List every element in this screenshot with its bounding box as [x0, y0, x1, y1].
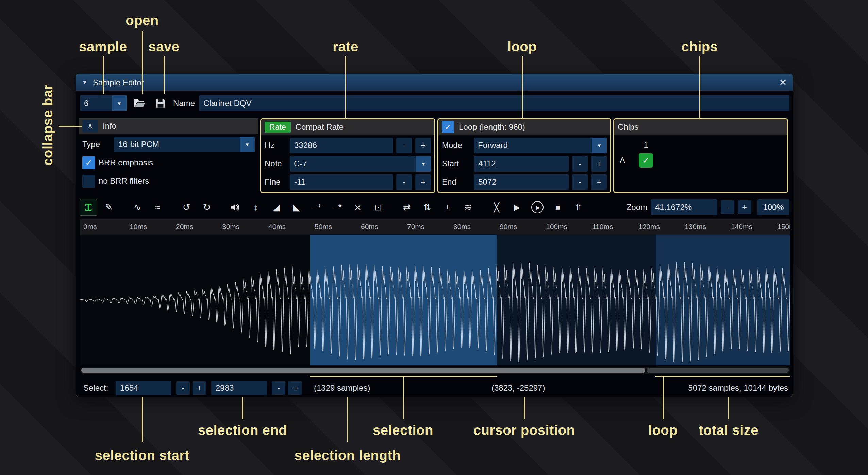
annotation-line-open [142, 31, 143, 94]
selection-start-minus-button[interactable]: - [176, 381, 190, 395]
invert-icon[interactable]: ⇅ [419, 199, 436, 216]
stop-icon[interactable]: ■ [549, 199, 566, 216]
amplify-icon[interactable] [227, 199, 244, 216]
annotation-line-save [164, 56, 165, 94]
zoom-out-button[interactable]: - [721, 200, 734, 214]
loop-end-value: 5072 [478, 177, 496, 187]
upload-icon[interactable]: ⇧ [570, 199, 587, 216]
type-dropdown[interactable]: 16-bit PCM ▼ [114, 137, 255, 152]
zoom-in-button[interactable]: + [738, 200, 751, 214]
loop-start-value: 4112 [478, 159, 496, 169]
loop-end-label: End [442, 177, 470, 187]
fade-out-icon[interactable]: ◣ [288, 199, 305, 216]
loop-end-input[interactable]: 5072 [474, 174, 569, 190]
zoom-reset-button[interactable]: 100% [757, 199, 789, 215]
crossfade-icon[interactable]: ╳ [488, 199, 505, 216]
selection-end-minus-button[interactable]: - [272, 381, 285, 395]
zoom-label: Zoom [627, 203, 647, 212]
loop-end-minus-button[interactable]: - [572, 174, 588, 190]
play-icon[interactable]: ▶ [529, 199, 546, 216]
no-brr-filters-checkbox[interactable] [82, 175, 95, 188]
name-input[interactable]: Clarinet DQV [199, 95, 789, 111]
selection-end-input[interactable]: 2983 [211, 381, 267, 395]
trim-icon[interactable]: ⊡ [370, 199, 387, 216]
loop-start-minus-button[interactable]: - [572, 156, 588, 172]
hz-plus-button[interactable]: + [415, 138, 431, 153]
ruler-label: 50ms [315, 223, 332, 231]
ruler-label: 30ms [222, 223, 239, 231]
redo-icon[interactable]: ↻ [198, 199, 215, 216]
apply-silence-icon[interactable]: –* [329, 199, 346, 216]
note-dropdown[interactable]: C-7 ▼ [290, 156, 431, 172]
waveform-scrollbar[interactable] [80, 367, 790, 374]
name-label: Name [173, 99, 195, 108]
delete-icon[interactable]: × [349, 199, 366, 216]
selection-start-plus-button[interactable]: + [193, 381, 206, 395]
selection-start-input[interactable]: 1654 [116, 381, 171, 395]
chips-header-label: Chips [618, 122, 638, 132]
floppy-icon [155, 98, 166, 109]
waveform-view[interactable] [80, 235, 790, 365]
info-section: ∧ Info Type 16-bit PCM ▼ ✓ BRR emphasis [79, 118, 258, 193]
reverse-icon[interactable]: ⇄ [398, 199, 415, 216]
brr-emphasis-checkbox[interactable]: ✓ [82, 156, 95, 169]
selection-end-plus-button[interactable]: + [288, 381, 302, 395]
window-title: Sample Editor [93, 78, 144, 87]
filter-icon[interactable]: ≋ [460, 199, 477, 216]
ruler-label: 10ms [130, 223, 147, 231]
annotation-line-loop-region [663, 376, 664, 419]
preview-icon[interactable]: ▶ [508, 199, 525, 216]
ruler-label: 90ms [500, 223, 517, 231]
sample-selector[interactable]: 6 ▼ [80, 95, 127, 111]
rate-header-label: Compat Rate [296, 122, 344, 132]
loop-checkbox[interactable]: ✓ [442, 121, 454, 133]
open-button[interactable] [131, 95, 148, 112]
zoom-value: 41.1672% [655, 203, 692, 212]
fine-plus-button[interactable]: + [415, 174, 431, 190]
rate-section: Rate Compat Rate Hz 33286 - + Note C-7 ▼ [260, 118, 435, 193]
close-icon[interactable]: ✕ [779, 77, 787, 88]
ruler-label: 140ms [731, 223, 752, 231]
resize-icon[interactable]: ∿ [129, 199, 146, 216]
fine-minus-button[interactable]: - [396, 174, 412, 190]
ruler-label: 0ms [83, 223, 97, 231]
fine-value: -11 [294, 177, 305, 187]
collapse-triangle-icon[interactable]: ▼ [82, 80, 87, 86]
scrollbar-handle[interactable] [81, 368, 645, 373]
ruler-label: 80ms [453, 223, 471, 231]
save-button[interactable] [152, 95, 169, 112]
collapse-bar-button[interactable]: ∧ [82, 120, 98, 133]
loop-start-input[interactable]: 4112 [474, 156, 569, 172]
hz-input[interactable]: 33286 [290, 138, 393, 153]
undo-icon[interactable]: ↺ [178, 199, 195, 216]
annotation-line-loop [522, 56, 523, 118]
mode-label: Mode [442, 141, 470, 150]
normalize-icon[interactable]: ↕ [247, 199, 264, 216]
note-value: C-7 [290, 159, 416, 169]
annotation-line-cursor-position [524, 397, 525, 419]
edit-select-icon[interactable]: Ɪ [80, 199, 97, 216]
resample-icon[interactable]: ≈ [149, 199, 166, 216]
fine-input[interactable]: -11 [290, 174, 393, 190]
fade-in-icon[interactable]: ◢ [268, 199, 285, 216]
info-header: ∧ Info [79, 118, 258, 134]
loop-start-plus-button[interactable]: + [591, 156, 607, 172]
annotation-loop-region: loop [648, 423, 678, 438]
hz-value: 33286 [294, 141, 317, 150]
titlebar[interactable]: ▼ Sample Editor ✕ [76, 74, 793, 91]
draw-icon[interactable]: ✎ [100, 199, 117, 216]
chip-enable-checkbox[interactable]: ✓ [639, 153, 653, 168]
loop-mode-dropdown[interactable]: Forward ▼ [474, 138, 607, 153]
insert-silence-icon[interactable]: –⁺ [308, 199, 326, 216]
fine-label: Fine [265, 177, 286, 187]
loop-header: ✓ Loop (length: 960) [438, 119, 610, 135]
chips-section: Chips 1 A ✓ [613, 118, 788, 193]
sign-icon[interactable]: ± [439, 199, 456, 216]
loop-start-label: Start [442, 159, 470, 169]
chevron-down-icon: ▼ [416, 156, 431, 172]
loop-end-plus-button[interactable]: + [591, 174, 607, 190]
ruler-label: 100ms [546, 223, 567, 231]
hz-minus-button[interactable]: - [396, 138, 412, 153]
zoom-input[interactable]: 41.1672% [651, 199, 717, 215]
name-value: Clarinet DQV [203, 99, 251, 108]
